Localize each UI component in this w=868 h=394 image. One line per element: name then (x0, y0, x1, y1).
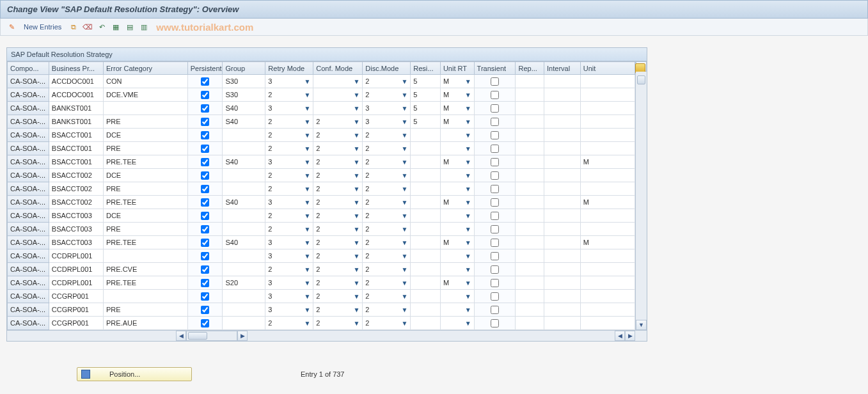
text-cell[interactable] (516, 196, 544, 209)
transient-checkbox[interactable] (491, 239, 499, 247)
persistent-checkbox[interactable] (201, 104, 209, 113)
dropdown-cell[interactable]: 2▼ (363, 169, 410, 182)
text-cell[interactable] (223, 182, 265, 195)
text-cell[interactable]: PRE.AUE (104, 317, 187, 329)
dropdown-cell[interactable]: ▼ (441, 209, 474, 222)
transient-checkbox[interactable] (491, 118, 499, 126)
text-cell[interactable] (544, 155, 580, 168)
hscroll-thumb-left[interactable] (188, 332, 207, 340)
text-cell[interactable] (411, 276, 440, 289)
cell-compo[interactable]: CA-SOA-... (8, 169, 49, 182)
cell-compo[interactable]: CA-SOA-... (8, 276, 49, 290)
dropdown-cell[interactable]: 3▼ (265, 75, 313, 88)
dropdown-cell[interactable]: 2▼ (363, 209, 410, 222)
dropdown-cell[interactable]: 2▼ (313, 182, 362, 195)
dropdown-cell[interactable]: ▼ (441, 169, 474, 182)
transient-checkbox[interactable] (491, 145, 499, 153)
cell-compo[interactable]: CA-SOA-... (8, 129, 49, 142)
text-cell[interactable]: CCDRPL001 (49, 263, 103, 276)
dropdown-cell[interactable]: 2▼ (265, 142, 313, 155)
text-cell[interactable] (516, 169, 544, 182)
delete-icon[interactable]: ⌫ (82, 21, 93, 33)
wand-icon[interactable]: ✎ (6, 21, 17, 33)
dropdown-cell[interactable]: 2▼ (363, 75, 410, 88)
dropdown-cell[interactable]: ▼ (313, 102, 362, 114)
text-cell[interactable] (516, 115, 544, 128)
text-cell[interactable] (544, 223, 580, 235)
text-cell[interactable] (581, 182, 635, 195)
persistent-checkbox[interactable] (201, 225, 209, 233)
text-cell[interactable] (544, 290, 580, 303)
scroll-thumb[interactable] (637, 75, 645, 84)
dropdown-cell[interactable]: 2▼ (363, 276, 410, 289)
dropdown-cell[interactable]: 2▼ (363, 303, 410, 316)
persistent-checkbox[interactable] (201, 279, 209, 287)
undo-icon[interactable]: ↶ (96, 21, 107, 33)
text-cell[interactable]: PRE.TEE (104, 155, 187, 168)
text-cell[interactable] (411, 249, 440, 262)
text-cell[interactable] (223, 290, 265, 303)
dropdown-cell[interactable]: 2▼ (313, 249, 362, 262)
dropdown-cell[interactable]: M▼ (441, 102, 474, 114)
text-cell[interactable] (223, 303, 265, 316)
text-cell[interactable]: BSACCT001 (49, 129, 103, 141)
text-cell[interactable] (516, 75, 544, 88)
text-cell[interactable] (581, 263, 635, 276)
text-cell[interactable] (223, 249, 265, 262)
text-cell[interactable]: BSACCT001 (49, 155, 103, 168)
dropdown-cell[interactable]: 2▼ (265, 223, 313, 235)
transient-checkbox[interactable] (491, 77, 499, 86)
text-cell[interactable] (104, 102, 187, 114)
dropdown-cell[interactable]: 2▼ (363, 249, 410, 262)
cell-compo[interactable]: CA-SOA-... (8, 196, 49, 209)
transient-checkbox[interactable] (491, 171, 499, 180)
text-cell[interactable] (411, 142, 440, 155)
text-cell[interactable]: S30 (223, 88, 265, 101)
transient-checkbox[interactable] (491, 212, 499, 220)
persistent-checkbox[interactable] (201, 91, 209, 99)
text-cell[interactable]: BSACCT002 (49, 196, 103, 209)
text-cell[interactable] (516, 142, 544, 155)
text-cell[interactable] (411, 209, 440, 222)
transient-checkbox[interactable] (491, 91, 499, 99)
text-cell[interactable] (581, 142, 635, 155)
text-cell[interactable]: ACCDOC001 (49, 88, 103, 101)
col-transient[interactable]: Transient (474, 62, 516, 75)
text-cell[interactable] (223, 129, 265, 141)
text-cell[interactable] (411, 263, 440, 276)
text-cell[interactable] (581, 249, 635, 262)
dropdown-cell[interactable]: M▼ (441, 155, 474, 168)
dropdown-cell[interactable]: 2▼ (265, 129, 313, 141)
text-cell[interactable] (544, 129, 580, 141)
scroll-left-icon[interactable]: ◀ (176, 331, 186, 341)
text-cell[interactable] (544, 88, 580, 101)
text-cell[interactable] (544, 169, 580, 182)
dropdown-cell[interactable]: 2▼ (313, 276, 362, 289)
dropdown-cell[interactable]: 3▼ (265, 303, 313, 316)
persistent-checkbox[interactable] (201, 265, 209, 274)
scroll-left-icon-2[interactable]: ◀ (615, 331, 625, 341)
text-cell[interactable] (223, 263, 265, 276)
text-cell[interactable] (544, 142, 580, 155)
persistent-checkbox[interactable] (201, 292, 209, 301)
copy-icon[interactable]: ⧉ (68, 21, 79, 33)
dropdown-cell[interactable]: 2▼ (313, 129, 362, 141)
col-business-pr[interactable]: Business Pr... (49, 62, 103, 75)
cell-compo[interactable]: CA-SOA-... (8, 182, 49, 196)
dropdown-cell[interactable]: ▼ (441, 249, 474, 262)
dropdown-cell[interactable]: 2▼ (313, 209, 362, 222)
text-cell[interactable] (411, 303, 440, 316)
cell-compo[interactable]: CA-SOA-... (8, 209, 49, 223)
text-cell[interactable] (411, 129, 440, 141)
text-cell[interactable]: PRE.TEE (104, 196, 187, 209)
text-cell[interactable]: BANKST001 (49, 115, 103, 128)
cell-compo[interactable]: CA-SOA-... (8, 102, 49, 115)
text-cell[interactable]: CCDRPL001 (49, 249, 103, 262)
cell-compo[interactable]: CA-SOA-... (8, 290, 49, 303)
text-cell[interactable] (516, 317, 544, 329)
new-entries-button[interactable]: New Entries (20, 23, 65, 31)
persistent-checkbox[interactable] (201, 239, 209, 247)
persistent-checkbox[interactable] (201, 131, 209, 139)
text-cell[interactable] (544, 196, 580, 209)
text-cell[interactable] (516, 236, 544, 249)
